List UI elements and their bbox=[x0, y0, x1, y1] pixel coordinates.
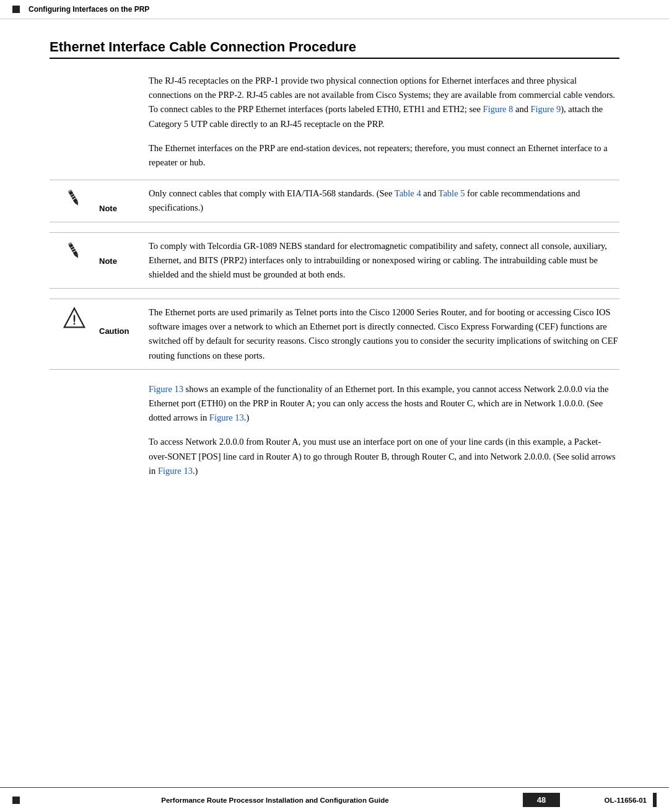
note1-icon-col bbox=[50, 186, 99, 212]
note1-pencil-icon bbox=[63, 188, 85, 212]
caution-icon-col: ! bbox=[50, 305, 99, 331]
footer-left: Performance Route Processor Installation… bbox=[12, 797, 523, 804]
page-footer: Performance Route Processor Installation… bbox=[0, 787, 669, 812]
figure13-link-2[interactable]: Figure 13 bbox=[209, 413, 244, 422]
page-header: Configuring Interfaces on the PRP bbox=[0, 0, 669, 19]
caution-text: The Ethernet ports are used primarily as… bbox=[149, 305, 619, 363]
footer-page-number: 48 bbox=[523, 793, 560, 807]
main-content: Ethernet Interface Cable Connection Proc… bbox=[0, 19, 669, 525]
footer-guide-title: Performance Route Processor Installation… bbox=[27, 797, 523, 804]
header-chapter-title: Configuring Interfaces on the PRP bbox=[28, 5, 149, 14]
footer-bar bbox=[653, 793, 657, 807]
caution-triangle-icon: ! bbox=[63, 307, 85, 331]
footer-doc-number: OL-11656-01 bbox=[585, 797, 647, 804]
figure9-link[interactable]: Figure 9 bbox=[531, 104, 561, 114]
note1-label: Note bbox=[99, 186, 149, 213]
paragraph-3: Figure 13 shows an example of the functi… bbox=[149, 382, 619, 426]
note1-text: Only connect cables that comply with EIA… bbox=[149, 186, 619, 215]
caution-block: ! Caution The Ethernet ports are used pr… bbox=[50, 299, 619, 370]
note-2-block: Note To comply with Telcordia GR-1089 NE… bbox=[50, 232, 619, 289]
header-square-icon bbox=[12, 6, 20, 13]
paragraph-4: To access Network 2.0.0.0 from Router A,… bbox=[149, 435, 619, 478]
table5-link[interactable]: Table 5 bbox=[439, 188, 465, 198]
paragraph-2: The Ethernet interfaces on the PRP are e… bbox=[149, 141, 619, 170]
figure13-link-3[interactable]: Figure 13 bbox=[158, 466, 193, 476]
footer-square-icon bbox=[12, 797, 20, 804]
note2-label: Note bbox=[99, 239, 149, 266]
note2-icon-col bbox=[50, 239, 99, 265]
paragraph-1: The RJ-45 receptacles on the PRP-1 provi… bbox=[149, 74, 619, 131]
chapter-title: Ethernet Interface Cable Connection Proc… bbox=[50, 39, 619, 59]
note2-text: To comply with Telcordia GR-1089 NEBS st… bbox=[149, 239, 619, 282]
table4-link[interactable]: Table 4 bbox=[395, 188, 421, 198]
figure8-link[interactable]: Figure 8 bbox=[483, 104, 514, 114]
caution-label: Caution bbox=[99, 305, 149, 336]
note-1-block: Note Only connect cables that comply wit… bbox=[50, 180, 619, 222]
note2-pencil-icon bbox=[63, 240, 85, 265]
figure13-link-1[interactable]: Figure 13 bbox=[149, 384, 183, 394]
